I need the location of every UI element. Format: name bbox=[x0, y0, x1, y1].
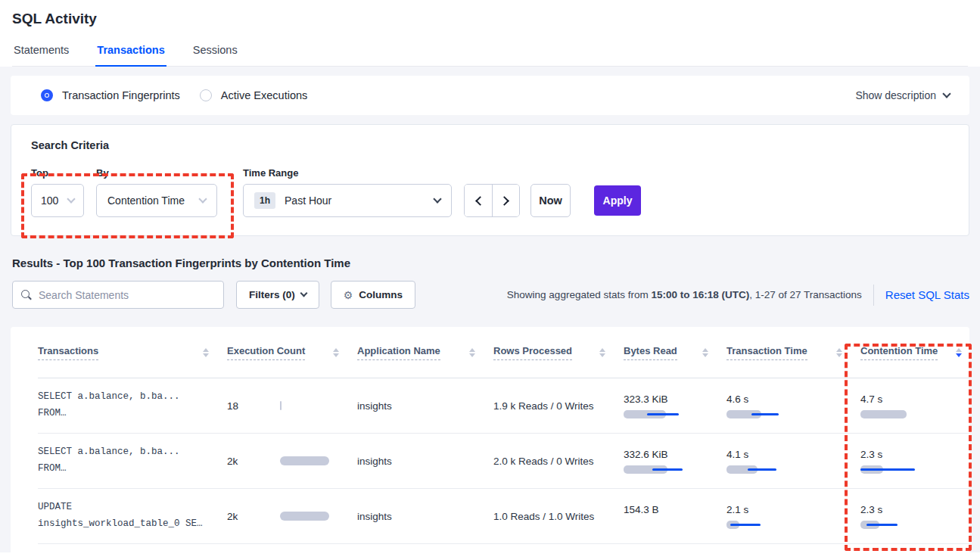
page-header: SQL Activity Statements Transactions Ses… bbox=[0, 0, 980, 67]
table-row[interactable]: UPDATE insights_workload_table_0 SE… 2k … bbox=[38, 489, 969, 544]
chevron-down-icon bbox=[67, 194, 75, 203]
radio-label: Transaction Fingerprints bbox=[62, 89, 180, 101]
search-input[interactable] bbox=[39, 289, 215, 301]
bytes-read-cell: 323.3 KiB bbox=[624, 394, 726, 418]
search-criteria-panel: Search Criteria Top 100 By Contention Ti… bbox=[11, 124, 969, 236]
top-value: 100 bbox=[41, 194, 58, 207]
chevron-down-icon bbox=[942, 89, 950, 98]
application-name-cell: insights bbox=[357, 400, 493, 412]
stddev-line bbox=[751, 413, 779, 415]
radio-transaction-fingerprints[interactable]: Transaction Fingerprints bbox=[41, 89, 180, 101]
by-label: By bbox=[96, 167, 231, 179]
apply-button[interactable]: Apply bbox=[594, 185, 641, 216]
table-row[interactable]: SELECT a.balance, b.ba... FROM… 2k insig… bbox=[38, 434, 969, 489]
radio-group: Transaction Fingerprints Active Executio… bbox=[41, 89, 307, 101]
view-toggle-bar: Transaction Fingerprints Active Executio… bbox=[11, 76, 969, 115]
search-criteria-heading: Search Criteria bbox=[31, 139, 949, 151]
time-next-button[interactable] bbox=[492, 185, 519, 216]
execution-count-cell: 2k bbox=[227, 456, 357, 467]
exec-count-bar bbox=[280, 401, 282, 410]
col-application-name: Application Name bbox=[357, 345, 493, 360]
time-prev-button[interactable] bbox=[465, 185, 492, 216]
radio-unselected-icon bbox=[200, 89, 212, 101]
mean-bar bbox=[860, 410, 907, 418]
filters-label: Filters (0) bbox=[249, 289, 295, 300]
top-field: Top 100 bbox=[31, 167, 84, 217]
stddev-line bbox=[748, 468, 777, 471]
top-label: Top bbox=[31, 167, 84, 179]
time-range-select[interactable]: 1h Past Hour bbox=[243, 184, 452, 217]
col-execution-count: Execution Count bbox=[227, 345, 357, 360]
radio-label: Active Executions bbox=[221, 89, 307, 101]
col-bytes-read: Bytes Read bbox=[624, 345, 726, 360]
transaction-time-cell: 4.6 s bbox=[726, 394, 860, 418]
tab-bar: Statements Transactions Sessions bbox=[12, 44, 968, 67]
chevron-left-icon bbox=[475, 196, 485, 206]
col-contention-time: Contention Time bbox=[860, 345, 969, 360]
sort-icon[interactable] bbox=[469, 348, 475, 357]
sql-activity-page: SQL Activity Statements Transactions Ses… bbox=[0, 0, 980, 560]
time-range-value: Past Hour bbox=[285, 194, 331, 207]
by-field: By Contention Time bbox=[96, 167, 231, 217]
time-range-label: Time Range bbox=[243, 167, 452, 179]
stddev-line bbox=[647, 413, 679, 415]
top-select[interactable]: 100 bbox=[31, 184, 84, 217]
tab-transactions[interactable]: Transactions bbox=[95, 44, 166, 67]
stddev-line bbox=[730, 524, 761, 526]
criteria-fields: Top 100 By Contention Time Time Range bbox=[31, 167, 949, 217]
tab-statements[interactable]: Statements bbox=[12, 44, 70, 66]
radio-active-executions[interactable]: Active Executions bbox=[200, 89, 307, 101]
page-title: SQL Activity bbox=[12, 11, 968, 27]
chevron-down-icon bbox=[300, 290, 307, 297]
page-body: Transaction Fingerprints Active Executio… bbox=[0, 67, 980, 552]
rows-processed-cell: 1.9 k Reads / 0 Writes bbox=[493, 400, 624, 412]
application-name-cell: insights bbox=[357, 456, 493, 467]
col-transaction-time: Transaction Time bbox=[726, 345, 860, 360]
sql-statement-cell[interactable]: SELECT a.balance, b.ba... FROM… bbox=[38, 389, 227, 422]
by-value: Contention Time bbox=[107, 194, 185, 207]
stddev-line bbox=[860, 468, 915, 471]
columns-button[interactable]: ⚙ Columns bbox=[331, 281, 415, 309]
contention-time-cell: 2.3 s bbox=[860, 504, 969, 529]
exec-count-bar bbox=[280, 512, 329, 521]
sort-icon[interactable] bbox=[203, 348, 209, 357]
show-description-label: Show description bbox=[855, 89, 936, 101]
sql-statement-cell[interactable]: SELECT a.balance, b.ba... FROM… bbox=[38, 444, 227, 478]
execution-count-cell: 2k bbox=[227, 511, 357, 522]
chevron-down-icon bbox=[198, 194, 207, 203]
filters-button[interactable]: Filters (0) bbox=[236, 281, 319, 309]
sort-icon[interactable] bbox=[333, 348, 339, 357]
table-row[interactable]: SELECT a.balance, b.ba... FROM… 18 insig… bbox=[38, 378, 969, 434]
bytes-read-cell: 332.6 KiB bbox=[624, 449, 726, 474]
sort-icon[interactable] bbox=[702, 348, 708, 357]
divider bbox=[873, 285, 874, 306]
stddev-line bbox=[652, 468, 683, 471]
exec-count-bar bbox=[280, 456, 329, 465]
sort-icon[interactable] bbox=[836, 348, 842, 357]
execution-count-cell: 18 bbox=[227, 400, 357, 412]
by-select[interactable]: Contention Time bbox=[96, 184, 217, 217]
rows-processed-cell: 2.0 k Reads / 0 Writes bbox=[493, 456, 624, 467]
transaction-time-cell: 2.1 s bbox=[726, 504, 860, 529]
time-range-badge: 1h bbox=[254, 192, 275, 209]
results-toolbar: Filters (0) ⚙ Columns Showing aggregated… bbox=[11, 281, 969, 309]
stddev-line bbox=[866, 524, 898, 526]
rows-processed-cell: 1.0 Reads / 1.0 Writes bbox=[493, 511, 624, 522]
col-rows-processed: Rows Processed bbox=[493, 345, 624, 360]
sort-icon[interactable] bbox=[599, 348, 605, 357]
columns-label: Columns bbox=[359, 289, 403, 300]
chevron-right-icon bbox=[499, 196, 509, 206]
show-description-toggle[interactable]: Show description bbox=[855, 89, 950, 101]
search-statements-box bbox=[12, 281, 224, 309]
tab-sessions[interactable]: Sessions bbox=[191, 44, 239, 66]
contention-time-cell: 4.7 s bbox=[860, 394, 969, 418]
results-heading: Results - Top 100 Transaction Fingerprin… bbox=[12, 257, 968, 269]
sort-icon-desc-active[interactable] bbox=[956, 348, 962, 357]
contention-time-cell: 2.3 s bbox=[860, 449, 969, 474]
reset-sql-stats-link[interactable]: Reset SQL Stats bbox=[885, 288, 969, 301]
chevron-down-icon bbox=[433, 194, 441, 203]
table-header-row: Transactions Execution Count Application… bbox=[38, 327, 969, 378]
sql-statement-cell[interactable]: UPDATE insights_workload_table_0 SE… bbox=[38, 499, 227, 533]
time-nav-group bbox=[464, 184, 520, 217]
now-button[interactable]: Now bbox=[530, 184, 571, 217]
